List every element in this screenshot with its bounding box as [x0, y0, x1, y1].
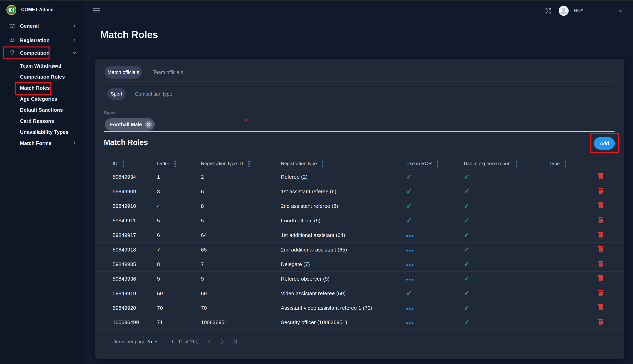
sidebar-item-match-forms[interactable]: Match Forms — [0, 138, 84, 148]
sidebar-item-label: Competition — [20, 50, 50, 56]
cell-use-in-ror: ✓ — [397, 202, 455, 210]
sidebar-item-label: Competition Roles — [20, 74, 65, 80]
column-menu-icon[interactable] — [322, 160, 323, 167]
delete-icon[interactable] — [598, 275, 603, 282]
fullscreen-icon[interactable] — [545, 7, 552, 14]
column-menu-icon[interactable] — [248, 160, 250, 167]
more-dots-icon[interactable] — [406, 308, 413, 310]
sidebar-item-competition[interactable]: Competition — [0, 46, 84, 59]
delete-icon[interactable] — [598, 173, 603, 180]
sidebar-item-label: Unavailability Types — [20, 129, 69, 135]
cell-order: 5 — [148, 218, 192, 224]
more-dots-icon[interactable] — [406, 250, 413, 252]
cell-order: 6 — [148, 232, 192, 238]
cell-id: 59849910 — [104, 203, 148, 209]
comet-logo-icon — [7, 5, 16, 15]
sport-chip[interactable]: Football Male — [105, 118, 155, 131]
more-dots-icon[interactable] — [406, 264, 413, 266]
column-menu-icon[interactable] — [437, 160, 439, 167]
tab-team-officials[interactable]: Team officials — [153, 66, 183, 78]
cell-reg-type-id: 64 — [192, 232, 272, 238]
check-icon: ✓ — [464, 217, 470, 224]
sidebar-item-card-reasons[interactable]: Card Reasons — [0, 116, 84, 126]
cell-actions — [585, 304, 615, 312]
cell-id: 59849934 — [104, 174, 148, 180]
next-page-icon[interactable] — [219, 338, 226, 345]
delete-icon[interactable] — [598, 290, 603, 296]
cell-reg-type-id: 6 — [192, 188, 272, 195]
sidebar-item-label: Registration — [20, 38, 50, 43]
cell-reg-type-id: 100636951 — [192, 319, 272, 326]
first-page-icon[interactable] — [193, 338, 200, 345]
cell-actions — [585, 290, 615, 298]
more-dots-icon[interactable] — [406, 322, 413, 324]
sidebar-item-label: General — [20, 23, 39, 29]
cell-reg-type-id: 5 — [192, 218, 272, 224]
table-row: 59849936 9 9 Referee observer (9) ✓ ✓ — [95, 272, 624, 286]
cell-use-in-expense: ✓ — [455, 304, 541, 312]
page-size-select[interactable]: 25 — [143, 336, 161, 347]
match-roles-card: Match officials Team officials Sport Com… — [95, 59, 624, 359]
cell-reg-type: Referee (2) — [272, 174, 397, 180]
delete-icon[interactable] — [598, 217, 603, 223]
column-header-reg-type-id: Registration type ID — [192, 160, 272, 167]
delete-icon[interactable] — [598, 202, 603, 209]
delete-icon[interactable] — [598, 260, 603, 267]
sidebar-item-registration[interactable]: Registration — [0, 34, 84, 47]
table-row: 100696499 71 100636951 Security officer … — [95, 315, 624, 330]
sidebar-item-match-roles[interactable]: Match Roles — [0, 82, 84, 93]
sport-chip-label: Football Male — [110, 122, 142, 128]
sidebar-item-general[interactable]: General — [0, 20, 84, 32]
sidebar-item-competition-roles[interactable]: Competition Roles — [0, 72, 84, 82]
cell-reg-type-id: 65 — [192, 247, 272, 253]
check-icon: ✓ — [464, 319, 470, 326]
column-menu-icon[interactable] — [516, 160, 517, 167]
sidebar-item-default-sanctions[interactable]: Default Sanctions — [0, 104, 84, 115]
cell-actions — [585, 188, 615, 196]
comet-admin-screen: COMET Admin General Regi — [0, 0, 633, 364]
more-dots-icon[interactable] — [406, 235, 413, 237]
column-header-order: Order — [148, 160, 192, 167]
cell-use-in-expense: ✓ — [455, 319, 541, 326]
previous-page-icon[interactable] — [206, 338, 213, 345]
column-menu-icon[interactable] — [565, 160, 566, 167]
check-icon: ✓ — [464, 304, 470, 311]
cell-reg-type-id: 70 — [192, 305, 272, 311]
sidebar-item-label: Default Sanctions — [20, 107, 63, 113]
cell-use-in-ror: ✓ — [397, 188, 455, 195]
tab-sport[interactable]: Sport — [107, 88, 126, 100]
app-title: COMET Admin — [21, 0, 54, 19]
delete-icon[interactable] — [598, 246, 603, 252]
sidebar-item-unavailability-types[interactable]: Unavailability Types — [0, 127, 84, 138]
section-title: Match Roles — [104, 138, 148, 147]
menu-toggle-icon[interactable] — [93, 8, 100, 13]
delete-icon[interactable] — [598, 318, 603, 325]
chip-remove-icon[interactable] — [145, 121, 152, 128]
column-menu-icon[interactable] — [123, 160, 124, 167]
user-menu-chevron-icon[interactable] — [618, 8, 623, 13]
delete-icon[interactable] — [598, 188, 603, 194]
cell-use-in-expense: ✓ — [455, 261, 541, 268]
cell-use-in-ror: ✓ — [397, 290, 455, 297]
check-icon: ✓ — [464, 232, 470, 238]
tab-competition-type[interactable]: Competition type — [135, 88, 172, 100]
tab-match-officials[interactable]: Match officials — [105, 66, 142, 78]
cell-use-in-ror: ✓ — [397, 247, 455, 253]
delete-icon[interactable] — [598, 304, 603, 310]
cell-actions — [585, 275, 615, 283]
avatar[interactable] — [559, 6, 569, 16]
cell-reg-type: Delegate (7) — [272, 261, 397, 268]
sidebar-item-age-categories[interactable]: Age Categories — [0, 94, 84, 104]
cell-reg-type: Video assistant referee (69) — [272, 290, 397, 296]
sidebar-item-team-withdrawal[interactable]: Team Withdrawal — [0, 60, 84, 71]
column-menu-icon[interactable] — [174, 160, 176, 167]
cell-reg-type: Security officer (100636951) — [272, 319, 397, 326]
last-page-icon[interactable] — [232, 338, 238, 345]
delete-icon[interactable] — [598, 231, 603, 238]
check-icon: ✓ — [464, 173, 470, 180]
cell-reg-type-id: 69 — [192, 290, 272, 296]
cell-order: 70 — [148, 305, 192, 311]
more-dots-icon[interactable] — [406, 279, 413, 281]
add-button[interactable]: Add — [594, 137, 615, 150]
sidebar-item-label: Match Roles — [20, 85, 50, 91]
